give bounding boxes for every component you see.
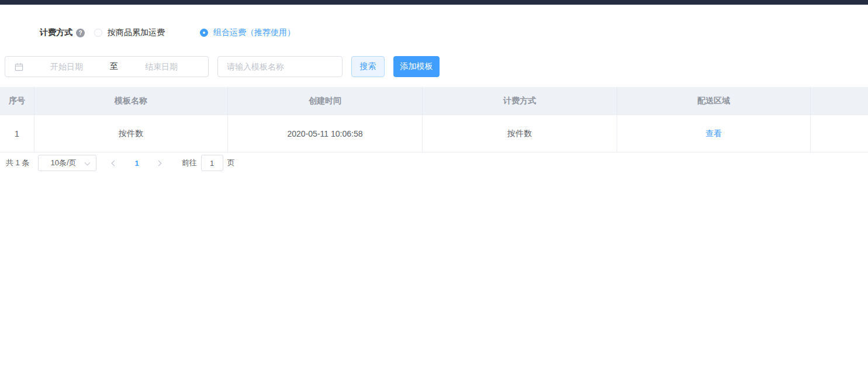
header-template-name: 模板名称: [34, 87, 228, 115]
radio-combined-freight[interactable]: 组合运费（推荐使用）: [200, 27, 295, 38]
header-empty: [811, 87, 868, 115]
cell-delivery-region: 查看: [617, 115, 811, 152]
radio-checked-icon: [200, 29, 208, 37]
table-row: 1 按件数 2020-05-11 10:06:58 按件数 查看: [0, 115, 868, 152]
goto-label: 前往: [182, 158, 197, 168]
view-region-link[interactable]: 查看: [706, 128, 722, 139]
date-separator: 至: [108, 61, 120, 72]
radio-accumulate-label: 按商品累加运费: [108, 27, 165, 38]
templates-table: 序号 模板名称 创建时间 计费方式 配送区域 1 按件数 2020-05-11 …: [0, 87, 868, 152]
prev-page-button[interactable]: [112, 160, 117, 166]
radio-unchecked-icon: [94, 29, 102, 37]
cell-empty: [811, 115, 868, 152]
add-template-button[interactable]: 添加模板: [393, 56, 440, 77]
cell-index: 1: [0, 115, 34, 152]
table-header-row: 序号 模板名称 创建时间 计费方式 配送区域: [0, 87, 868, 115]
page-size-select[interactable]: 10条/页: [38, 155, 96, 171]
page-size-value: 10条/页: [50, 158, 76, 168]
radio-accumulate-freight[interactable]: 按商品累加运费: [94, 27, 165, 38]
page-suffix: 页: [227, 158, 235, 168]
end-date-input[interactable]: [120, 62, 202, 71]
pagination: 共 1 条 10条/页 1 前往 页: [6, 155, 868, 171]
help-question-icon[interactable]: ?: [76, 29, 85, 37]
template-name-input[interactable]: [217, 56, 343, 77]
start-date-input[interactable]: [26, 62, 108, 71]
top-bar: [0, 0, 868, 5]
cell-billing-method: 按件数: [423, 115, 617, 152]
next-page-button[interactable]: [155, 160, 161, 166]
header-created-time: 创建时间: [228, 87, 423, 115]
cell-template-name: 按件数: [34, 115, 228, 152]
total-count: 共 1 条: [6, 158, 29, 168]
billing-method-row: 计费方式 ? 按商品累加运费 组合运费（推荐使用）: [40, 26, 868, 39]
current-page[interactable]: 1: [134, 159, 139, 168]
search-button[interactable]: 搜索: [351, 56, 385, 77]
goto-page-input[interactable]: [201, 155, 223, 171]
date-range-picker[interactable]: 至: [5, 56, 209, 77]
header-delivery-region: 配送区域: [617, 87, 811, 115]
header-billing-method: 计费方式: [423, 87, 617, 115]
cell-created-time: 2020-05-11 10:06:58: [228, 115, 423, 152]
radio-combined-label: 组合运费（推荐使用）: [213, 27, 295, 38]
billing-method-radio-group: 按商品累加运费 组合运费（推荐使用）: [85, 27, 295, 38]
billing-method-label: 计费方式: [40, 27, 72, 38]
filter-row: 至 搜索 添加模板: [5, 56, 868, 77]
chevron-down-icon: [85, 160, 91, 166]
calendar-icon: [15, 62, 23, 71]
header-index: 序号: [0, 87, 34, 115]
